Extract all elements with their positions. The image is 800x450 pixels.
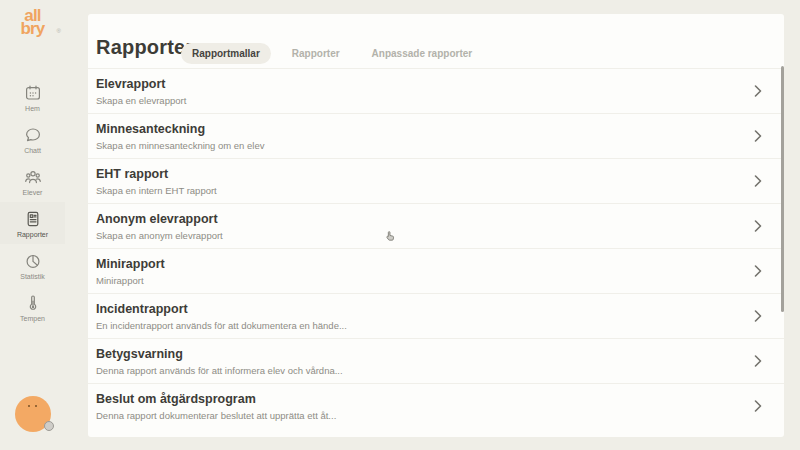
pie-chart-icon	[23, 251, 43, 271]
tab-rapporter[interactable]: Rapporter	[281, 43, 351, 64]
chevron-right-icon	[754, 175, 762, 187]
sidebar-nav: Hem Chatt Elever Rapporter Statistik Tem…	[0, 76, 65, 328]
home-icon	[23, 83, 43, 103]
report-title: Elevrapport	[96, 77, 165, 91]
chevron-right-icon	[754, 265, 762, 277]
report-title: Minirapport	[96, 257, 165, 271]
chat-icon	[23, 125, 43, 145]
report-title: Betygsvarning	[96, 347, 183, 361]
sidebar-item-label: Chatt	[24, 147, 41, 154]
students-icon	[23, 167, 43, 187]
chevron-right-icon	[754, 400, 762, 412]
chevron-right-icon	[754, 130, 762, 142]
report-description: Denna rapport dokumenterar beslutet att …	[96, 410, 336, 421]
report-description: Skapa en elevrapport	[96, 95, 186, 106]
sidebar-item-elever[interactable]: Elever	[0, 160, 65, 202]
report-template-row[interactable]: Betygsvarning Denna rapport används för …	[88, 339, 784, 384]
page-title: Rapporter	[96, 36, 193, 59]
sidebar-item-label: Tempen	[20, 315, 45, 322]
sidebar-item-label: Statistik	[20, 273, 45, 280]
report-description: Denna rapport används för att informera …	[96, 365, 343, 376]
reports-panel: Rapporter Rapportmallar Rapporter Anpass…	[88, 14, 784, 437]
chevron-right-icon	[754, 85, 762, 97]
report-template-row[interactable]: Beslut om åtgärdsprogram Denna rapport d…	[88, 384, 784, 429]
app-logo: all bry ®	[0, 9, 65, 35]
chevron-right-icon	[754, 355, 762, 367]
report-description: En incidentrapport används för att dokum…	[96, 320, 347, 331]
report-title: EHT rapport	[96, 167, 168, 181]
tab-bar: Rapportmallar Rapporter Anpassade rappor…	[181, 43, 483, 64]
report-template-row[interactable]: Elevrapport Skapa en elevrapport	[88, 69, 784, 114]
report-template-row[interactable]: Minnesanteckning Skapa en minnesanteckni…	[88, 114, 784, 159]
sidebar-item-tempen[interactable]: Tempen	[0, 286, 65, 328]
report-template-row[interactable]: Minirapport Minirapport	[88, 249, 784, 294]
chevron-right-icon	[754, 310, 762, 322]
report-title: Minnesanteckning	[96, 122, 205, 136]
sidebar-item-label: Hem	[25, 105, 40, 112]
chevron-right-icon	[754, 220, 762, 232]
report-icon	[23, 209, 43, 229]
sidebar-item-hem[interactable]: Hem	[0, 76, 65, 118]
mascot-badge	[44, 421, 54, 431]
registered-trademark: ®	[57, 25, 61, 38]
sidebar: all bry ® Hem Chatt Elever Rapporter Sta…	[0, 0, 65, 450]
app-logo-line2: bry	[0, 22, 65, 35]
report-template-row[interactable]: EHT rapport Skapa en intern EHT rapport	[88, 159, 784, 204]
tab-anpassade-rapporter[interactable]: Anpassade rapporter	[361, 43, 484, 64]
mouse-cursor	[384, 229, 397, 243]
tab-rapportmallar[interactable]: Rapportmallar	[181, 43, 271, 64]
report-description: Skapa en intern EHT rapport	[96, 185, 217, 196]
sidebar-item-label: Rapporter	[17, 231, 48, 238]
mascot-eye	[35, 405, 37, 407]
report-template-list: Elevrapport Skapa en elevrapport Minnesa…	[88, 68, 784, 429]
sidebar-item-rapporter[interactable]: Rapporter	[0, 202, 65, 244]
report-template-row[interactable]: Incidentrapport En incidentrapport använ…	[88, 294, 784, 339]
report-description: Skapa en anonym elevrapport	[96, 230, 223, 241]
sidebar-item-label: Elever	[23, 189, 43, 196]
report-title: Anonym elevrapport	[96, 212, 218, 226]
report-title: Incidentrapport	[96, 302, 188, 316]
report-description: Skapa en minnesanteckning om en elev	[96, 140, 264, 151]
scrollbar-thumb[interactable]	[781, 66, 784, 312]
report-template-row[interactable]: Anonym elevrapport Skapa en anonym elevr…	[88, 204, 784, 249]
thermometer-icon	[23, 293, 43, 313]
mascot-eye	[28, 405, 30, 407]
sidebar-item-chatt[interactable]: Chatt	[0, 118, 65, 160]
sidebar-item-statistik[interactable]: Statistik	[0, 244, 65, 286]
mascot-avatar[interactable]	[15, 396, 51, 432]
report-title: Beslut om åtgärdsprogram	[96, 392, 256, 406]
report-description: Minirapport	[96, 275, 144, 286]
